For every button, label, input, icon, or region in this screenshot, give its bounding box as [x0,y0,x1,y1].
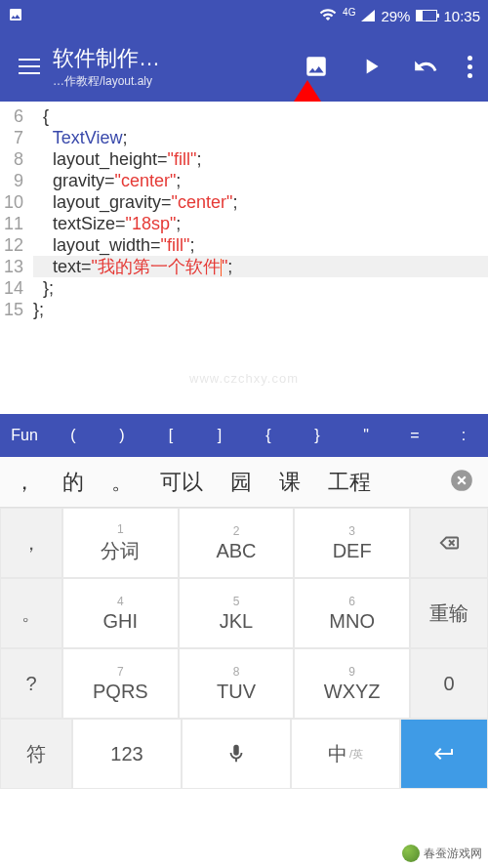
image-button[interactable] [304,54,329,79]
line-gutter: 6789101112131415 [0,102,27,414]
app-title: 软件制作… [53,44,180,73]
key-symbols[interactable]: 符 [0,719,72,789]
key-123[interactable]: 123 [72,719,182,789]
app-subtitle: …作教程/layout.aly [53,73,180,90]
status-right: 4G 29% 10:35 [319,6,480,26]
t9-key[interactable]: 2ABC [179,508,295,578]
app-bar: 软件制作… …作教程/layout.aly [0,31,488,102]
t9-key[interactable]: 5JKL [179,578,295,648]
candidate[interactable]: 园 [217,468,265,497]
t9-key[interactable]: 6MNO [294,578,410,648]
play-button[interactable] [358,54,384,79]
logo-text: 春蚕游戏网 [424,846,482,862]
site-logo: 春蚕游戏网 [402,845,482,862]
side-key[interactable]: 。 [0,578,62,648]
t9-key[interactable]: 1分词 [62,508,179,578]
candidate[interactable]: 课 [265,468,314,497]
close-candidates[interactable] [435,468,488,497]
t9-key[interactable]: 3DEF [294,508,410,578]
candidate[interactable]: 的 [49,468,98,497]
more-button[interactable] [468,56,472,78]
candidate[interactable]: 。 [98,468,146,497]
symbol-key[interactable]: = [390,427,439,444]
candidate[interactable]: ， [0,468,49,497]
more-vert-icon [468,56,472,78]
symbol-key[interactable]: } [293,427,342,444]
key-lang[interactable]: 中/英 [291,719,400,789]
clock: 10:35 [443,8,480,24]
ime-panel: ，的。可以园课工程 ，1分词2ABC3DEF。4GHI5JKL6MNO重输?7P… [0,457,488,789]
side-key[interactable]: ， [0,508,62,578]
wifi-icon [319,6,337,26]
status-left [8,7,27,25]
symbol-key[interactable]: [ [146,427,195,444]
key-mic[interactable] [182,719,291,789]
picture-icon [8,9,23,25]
menu-button[interactable] [6,59,53,74]
t9-keypad: ，1分词2ABC3DEF。4GHI5JKL6MNO重输?7PQRS8TUV9WX… [0,508,488,719]
bottom-row: 符 123 中/英 [0,719,488,789]
symbol-bar: Fun()[]{}"=: [0,414,488,457]
t9-key[interactable]: 4GHI [62,578,179,648]
mic-icon [225,743,247,765]
battery-pct: 29% [381,8,410,24]
symbol-key[interactable]: Fun [0,427,49,444]
symbol-key[interactable]: : [439,427,488,444]
t9-key[interactable]: 7PQRS [62,648,179,719]
code-line[interactable]: layout_gravity="center"; [33,191,488,213]
signal-icon [361,10,375,21]
side-key[interactable]: ? [0,648,62,719]
t9-key[interactable]: 9WXYZ [294,648,410,719]
side-key[interactable]: 0 [410,648,488,719]
battery-icon [416,10,437,21]
status-bar: 4G 29% 10:35 [0,0,488,31]
code-line[interactable]: textSize="18sp"; [33,213,488,234]
key-enter[interactable] [400,719,488,789]
candidate-row: ，的。可以园课工程 [0,457,488,508]
enter-icon [432,742,456,765]
logo-icon [402,845,420,862]
code-line[interactable]: }; [33,299,488,320]
code-line[interactable]: { [33,105,488,127]
candidate[interactable]: 可以 [146,468,217,497]
symbol-key[interactable]: ( [49,427,98,444]
hamburger-icon [19,59,40,74]
symbol-key[interactable]: ] [195,427,244,444]
candidate[interactable]: 工程 [314,468,385,497]
code-line[interactable]: gravity="center"; [33,170,488,191]
code-area[interactable]: { TextView; layout_height="fill"; gravit… [27,102,488,414]
backspace-key[interactable] [410,508,488,578]
code-line[interactable]: layout_width="fill"; [33,234,488,256]
code-line[interactable]: layout_height="fill"; [33,148,488,170]
code-line[interactable]: }; [33,277,488,299]
symbol-key[interactable]: ) [98,427,146,444]
undo-button[interactable] [413,54,438,79]
title-block[interactable]: 软件制作… …作教程/layout.aly [53,44,180,90]
code-line[interactable]: TextView; [33,127,488,148]
side-key[interactable]: 重输 [410,578,488,648]
net-label: 4G [343,7,355,18]
code-editor[interactable]: 6789101112131415 { TextView; layout_heig… [0,102,488,414]
symbol-key[interactable]: " [342,427,390,444]
t9-key[interactable]: 8TUV [179,648,295,719]
symbol-key[interactable]: { [244,427,293,444]
code-line[interactable]: text="我的第一个软件"; [33,256,488,277]
